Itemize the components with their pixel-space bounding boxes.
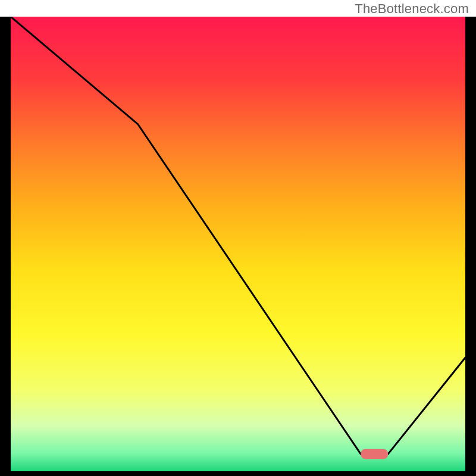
- bottleneck-curve: [11, 17, 465, 465]
- chart-frame: [0, 17, 476, 476]
- plot-area: [11, 17, 465, 465]
- watermark-text: TheBottleneck.com: [355, 1, 469, 17]
- optimal-range-marker: [361, 449, 388, 459]
